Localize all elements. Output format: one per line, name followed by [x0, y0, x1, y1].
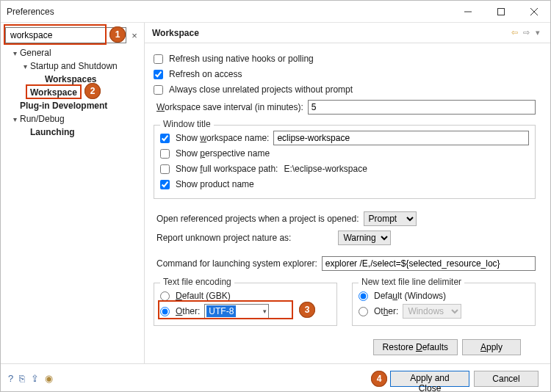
enc-other-label: Other: — [176, 306, 200, 316]
preferences-tree[interactable]: ▾General ▾Startup and Shutdown Workspace… — [5, 46, 140, 139]
filter-input[interactable] — [5, 27, 126, 43]
explorer-input[interactable] — [322, 256, 536, 271]
show-persp-row: Show perspective name — [160, 146, 529, 161]
footer: ? ⎘ ⇪ ◉ 4 Apply and Close Cancel — [1, 363, 550, 392]
show-ws-name-checkbox[interactable] — [160, 134, 170, 143]
tree-label: Run/Debug — [20, 114, 65, 124]
panel-buttons: Restore Defaults Apply — [154, 336, 536, 358]
tree-label: Launching — [30, 127, 75, 137]
show-ws-path-checkbox[interactable] — [160, 164, 170, 174]
ws-path-value: E:\eclipse-workspace — [284, 164, 367, 174]
enc-other-row: Other: UTF-8 ▾ — [160, 304, 331, 319]
save-interval-label: WWorkspace save interval (in minutes):or… — [156, 102, 303, 112]
encoding-legend: Text file encoding — [160, 277, 234, 287]
apply-close-button[interactable]: Apply and Close — [390, 371, 469, 387]
report-nature-select[interactable]: Warning — [338, 231, 391, 245]
tree-item-workspace[interactable]: Workspace — [5, 86, 140, 99]
import-icon[interactable]: ⎘ — [19, 373, 25, 384]
panel-header: Workspace ⇦ ⇨ ▾ — [145, 23, 550, 43]
report-nature-label: Report unknown project nature as: — [156, 233, 291, 243]
open-refs-label: Open referenced projects when a project … — [156, 214, 359, 224]
back-icon[interactable]: ⇦ — [509, 28, 519, 38]
refresh-access-row: Refresh on access — [154, 67, 536, 81]
twisty-down-icon: ▾ — [10, 115, 20, 123]
filter-row: × 1 — [5, 27, 140, 43]
open-refs-select[interactable]: Prompt — [364, 211, 417, 226]
save-interval-row: WWorkspace save interval (in minutes):or… — [154, 100, 536, 115]
delim-default-label: Default (Windows) — [374, 291, 446, 301]
refresh-native-row: Refresh using native hooks or polling — [154, 51, 536, 66]
tree-label: Workspace — [30, 87, 77, 98]
tree-item-rundebug[interactable]: ▾Run/Debug — [5, 112, 140, 126]
twisty-down-icon: ▾ — [10, 49, 20, 57]
chevron-down-icon: ▾ — [263, 308, 267, 315]
enc-default-radio[interactable] — [160, 291, 170, 301]
explorer-label: Command for launching system explorer: — [156, 258, 317, 269]
tree-label: General — [20, 48, 51, 58]
show-product-checkbox[interactable] — [160, 180, 170, 189]
report-nature-row: Report unknown project nature as: Warnin… — [154, 231, 536, 245]
apply-button[interactable]: Apply — [462, 339, 521, 355]
refresh-access-checkbox[interactable] — [154, 70, 163, 79]
window-title-legend: Window title — [160, 119, 214, 129]
show-ws-path-row: Show full workspace path: E:\eclipse-wor… — [160, 161, 529, 176]
tree-label: Startup and Shutdown — [30, 61, 118, 71]
panel-body[interactable]: Refresh using native hooks or polling Re… — [145, 43, 550, 363]
show-product-row: Show product name — [160, 177, 529, 192]
sidebar: × 1 ▾General ▾Startup and Shutdown Works… — [1, 23, 145, 363]
show-ws-name-row: Show workspace name: — [160, 131, 529, 145]
tree-item-startup[interactable]: ▾Startup and Shutdown — [5, 59, 140, 73]
enc-other-combo[interactable]: UTF-8 ▾ — [204, 304, 269, 319]
ws-name-input[interactable] — [273, 131, 529, 145]
show-ws-path-label: Show full workspace path: — [176, 164, 278, 174]
delim-default-radio[interactable] — [359, 291, 368, 301]
tree-item-workspaces[interactable]: Workspaces — [5, 73, 140, 86]
delim-other-select[interactable]: Windows — [403, 304, 461, 319]
titlebar: Preferences — [1, 1, 550, 23]
twisty-down-icon: ▾ — [20, 62, 30, 70]
tree-item-launching[interactable]: Launching — [5, 126, 140, 139]
enc-other-value: UTF-8 — [206, 305, 236, 317]
open-refs-row: Open referenced projects when a project … — [154, 211, 536, 226]
content-area: × 1 ▾General ▾Startup and Shutdown Works… — [1, 23, 550, 363]
panel-title: Workspace — [152, 28, 508, 38]
clear-filter-icon[interactable]: × — [129, 30, 140, 41]
oomph-icon[interactable]: ◉ — [45, 373, 53, 384]
tree-item-plugin-dev[interactable]: Plug-in Development — [5, 99, 140, 112]
delim-other-row: Other: Windows — [359, 304, 529, 319]
show-product-label: Show product name — [176, 179, 254, 189]
tree-item-general[interactable]: ▾General — [5, 46, 140, 59]
enc-default-label: Default (GBK) — [176, 291, 231, 301]
tree-label: Workspaces — [45, 74, 96, 84]
footer-icons: ? ⎘ ⇪ ◉ — [8, 373, 390, 384]
show-ws-name-label: Show workspace name: — [176, 133, 269, 143]
delim-other-radio[interactable] — [359, 307, 368, 316]
tree-label: Plug-in Development — [20, 101, 107, 111]
explorer-row: Command for launching system explorer: — [154, 256, 536, 271]
maximize-button[interactable] — [484, 1, 517, 23]
export-icon[interactable]: ⇪ — [31, 373, 39, 384]
show-persp-label: Show perspective name — [176, 148, 270, 159]
restore-defaults-button[interactable]: Restore Defaults — [373, 339, 458, 355]
close-button[interactable] — [517, 1, 550, 23]
window-title: Preferences — [7, 7, 451, 17]
dropdown-icon[interactable]: ▾ — [533, 28, 543, 38]
cancel-button[interactable]: Cancel — [474, 371, 539, 387]
save-interval-input[interactable] — [308, 100, 536, 115]
refresh-native-checkbox[interactable] — [154, 54, 163, 64]
show-persp-checkbox[interactable] — [160, 149, 170, 159]
forward-icon[interactable]: ⇨ — [521, 28, 531, 38]
help-icon[interactable]: ? — [8, 373, 13, 384]
delim-other-label: Other: — [374, 306, 398, 316]
enc-other-radio[interactable] — [160, 307, 170, 316]
delim-legend: New text file line delimiter — [359, 277, 464, 287]
refresh-access-label: Refresh on access — [169, 69, 242, 79]
window-title-group: Window title Show workspace name: Show p… — [154, 125, 536, 199]
close-unrelated-label: Always close unrelated projects without … — [169, 84, 353, 95]
delim-group: New text file line delimiter Default (Wi… — [352, 283, 536, 326]
minimize-button[interactable] — [451, 1, 484, 23]
delim-default-row: Default (Windows) — [359, 288, 529, 303]
svg-rect-1 — [497, 8, 504, 15]
close-unrelated-checkbox[interactable] — [154, 85, 163, 95]
enc-default-row: Default (GBK) — [160, 288, 331, 303]
